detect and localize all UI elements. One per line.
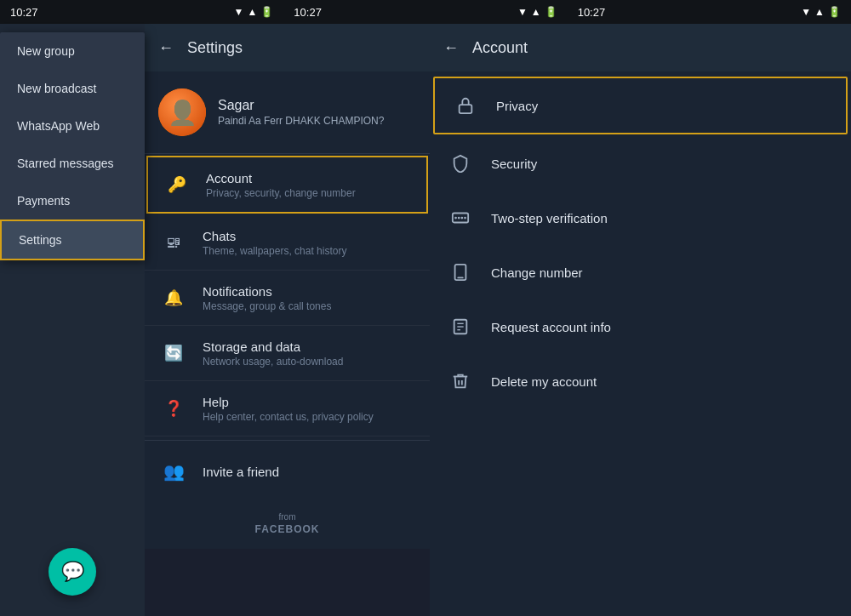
- account-item-delete[interactable]: Delete my account: [430, 354, 851, 408]
- avatar: [158, 88, 206, 136]
- security-label: Security: [491, 157, 537, 171]
- account-icon: 🔑: [162, 169, 192, 200]
- menu-item-starred[interactable]: Starred messages: [0, 145, 145, 182]
- svg-point-3: [458, 217, 460, 220]
- help-text: Help Help center, contact us, privacy po…: [203, 395, 374, 423]
- new-chat-fab[interactable]: 💬: [49, 548, 96, 596]
- account-list: Privacy Security: [430, 71, 851, 616]
- account-item-security[interactable]: Security: [430, 136, 851, 191]
- signal-icon-mid: ▲: [531, 6, 541, 18]
- notifications-subtitle: Message, group & call tones: [203, 300, 331, 312]
- status-icons-left: ▼ ▲ 🔋: [234, 6, 274, 18]
- privacy-icon: [452, 92, 479, 119]
- chats-title: Chats: [203, 229, 346, 243]
- security-icon: [447, 150, 474, 177]
- time-left: 10:27: [10, 6, 38, 19]
- account-back-button[interactable]: ←: [443, 39, 459, 57]
- settings-item-storage[interactable]: 🔄 Storage and data Network usage, auto-d…: [145, 326, 430, 381]
- account-title: Account: [472, 39, 528, 57]
- menu-item-payments[interactable]: Payments: [0, 182, 145, 220]
- privacy-label: Privacy: [496, 99, 538, 113]
- chats-icon: 🖳: [158, 227, 189, 258]
- settings-title: Settings: [187, 39, 243, 57]
- battery-icon-right: 🔋: [828, 6, 841, 18]
- account-text: Account Privacy, security, change number: [206, 171, 356, 199]
- menu-item-whatsapp-web[interactable]: WhatsApp Web: [0, 107, 145, 145]
- storage-subtitle: Network usage, auto-download: [203, 356, 343, 368]
- svg-point-2: [454, 217, 457, 220]
- two-step-icon: [447, 204, 474, 231]
- account-item-change-number[interactable]: Change number: [430, 245, 851, 299]
- time-middle: 10:27: [294, 6, 322, 19]
- notifications-icon: 🔔: [158, 282, 189, 313]
- account-item-request-info[interactable]: Request account info: [430, 299, 851, 354]
- avatar-image: [158, 88, 206, 136]
- profile-status: Paindi Aa Ferr DHAKK CHAMPION?: [218, 115, 384, 127]
- status-icons-middle: ▼ ▲ 🔋: [517, 6, 557, 18]
- help-subtitle: Help center, contact us, privacy policy: [203, 411, 374, 423]
- settings-item-help[interactable]: ❓ Help Help center, contact us, privacy …: [145, 381, 430, 436]
- invite-section[interactable]: 👥 Invite a friend: [145, 444, 430, 499]
- settings-panel-wrap: ← Settings Sagar Paindi Aa Ferr DHAKK CH…: [145, 24, 430, 616]
- menu-item-new-broadcast[interactable]: New broadcast: [0, 70, 145, 107]
- account-item-privacy[interactable]: Privacy: [433, 77, 848, 134]
- notifications-title: Notifications: [203, 284, 331, 299]
- signal-icon-right: ▲: [814, 6, 825, 18]
- notifications-text: Notifications Message, group & call tone…: [203, 284, 331, 312]
- wifi-icon-mid: ▼: [517, 6, 528, 18]
- status-bars: 10:27 ▼ ▲ 🔋 10:27 ▼ ▲ 🔋 10:27 ▼ ▲ 🔋: [0, 0, 851, 24]
- profile-name: Sagar: [218, 98, 384, 113]
- svg-rect-7: [457, 277, 463, 279]
- status-bar-left: 10:27 ▼ ▲ 🔋: [0, 0, 283, 24]
- left-panel: WhatsApp 📷 CHATS 1 ST New group New broa…: [0, 24, 145, 616]
- delete-label: Delete my account: [491, 374, 597, 389]
- request-info-label: Request account info: [491, 320, 611, 334]
- wifi-icon: ▼: [234, 6, 244, 18]
- account-panel: ← Account Privacy Security: [430, 24, 851, 616]
- account-item-two-step[interactable]: Two-step verification: [430, 191, 851, 245]
- status-bar-right: 10:27 ▼ ▲ 🔋: [568, 0, 851, 24]
- facebook-footer: from FACEBOOK: [145, 499, 430, 549]
- status-icons-right: ▼ ▲ 🔋: [801, 6, 841, 18]
- settings-item-chats[interactable]: 🖳 Chats Theme, wallpapers, chat history: [145, 215, 430, 271]
- two-step-label: Two-step verification: [491, 211, 608, 225]
- signal-icon: ▲: [247, 6, 257, 18]
- storage-text: Storage and data Network usage, auto-dow…: [203, 339, 343, 368]
- account-subtitle: Privacy, security, change number: [206, 187, 356, 199]
- storage-title: Storage and data: [203, 339, 343, 354]
- delete-icon: [447, 368, 474, 395]
- help-title: Help: [203, 395, 374, 409]
- settings-item-notifications[interactable]: 🔔 Notifications Message, group & call to…: [145, 271, 430, 326]
- help-icon: ❓: [158, 393, 189, 424]
- svg-point-4: [460, 217, 463, 220]
- divider: [145, 440, 430, 441]
- from-label: from: [158, 512, 416, 522]
- change-number-icon: [447, 259, 474, 286]
- profile-section[interactable]: Sagar Paindi Aa Ferr DHAKK CHAMPION?: [145, 71, 430, 154]
- account-header: ← Account: [430, 24, 851, 71]
- status-bar-middle: 10:27 ▼ ▲ 🔋: [283, 0, 567, 24]
- settings-list: 🔑 Account Privacy, security, change numb…: [145, 154, 430, 549]
- svg-rect-0: [460, 105, 472, 113]
- settings-header: ← Settings: [145, 24, 430, 71]
- main-layout: WhatsApp 📷 CHATS 1 ST New group New broa…: [0, 24, 851, 616]
- change-number-label: Change number: [491, 265, 583, 280]
- profile-info: Sagar Paindi Aa Ferr DHAKK CHAMPION?: [218, 98, 384, 127]
- settings-back-button[interactable]: ←: [158, 39, 174, 57]
- account-title: Account: [206, 171, 356, 185]
- facebook-brand: FACEBOOK: [254, 523, 319, 535]
- invite-label: Invite a friend: [203, 465, 279, 479]
- battery-icon: 🔋: [260, 6, 273, 18]
- battery-icon-mid: 🔋: [545, 6, 557, 18]
- settings-panel: ← Settings Sagar Paindi Aa Ferr DHAKK CH…: [145, 24, 430, 549]
- settings-item-account[interactable]: 🔑 Account Privacy, security, change numb…: [146, 156, 428, 214]
- dropdown-menu: New group New broadcast WhatsApp Web Sta…: [0, 32, 145, 260]
- time-right: 10:27: [578, 6, 606, 19]
- svg-point-5: [464, 217, 466, 220]
- storage-icon: 🔄: [158, 338, 189, 368]
- menu-item-new-group[interactable]: New group: [0, 32, 145, 70]
- menu-item-settings[interactable]: Settings: [0, 220, 145, 260]
- chats-subtitle: Theme, wallpapers, chat history: [203, 245, 346, 257]
- wifi-icon-right: ▼: [801, 6, 811, 18]
- new-chat-icon: 💬: [61, 561, 84, 583]
